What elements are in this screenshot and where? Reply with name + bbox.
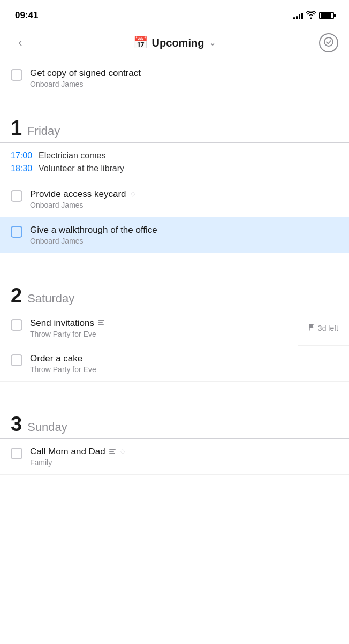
day-section-friday: 1 Friday 17:00 Electrician comes 18:30 V…	[0, 107, 349, 253]
task-title: Provide access keycard ♢	[30, 189, 136, 200]
tag-icon: ♢	[130, 190, 136, 199]
task-text: Give a walkthrough of the office Onboard…	[30, 225, 157, 245]
day-name: Friday	[27, 124, 60, 138]
sort-button[interactable]	[319, 33, 338, 52]
task-project: Onboard James	[30, 237, 157, 245]
cal-time: 17:00	[11, 151, 33, 161]
status-bar: 09:41	[0, 0, 349, 29]
day-number: 1	[11, 118, 22, 138]
task-project: Throw Party for Eve	[30, 330, 105, 338]
day-section-sunday: 3 Sunday Call Mom and Dad ♢	[0, 403, 349, 475]
task-item: Order a cake Throw Party for Eve	[0, 346, 349, 382]
svg-rect-6	[109, 453, 115, 454]
day-header-saturday: 2 Saturday	[0, 285, 349, 310]
subtask-icon	[97, 319, 105, 328]
svg-point-0	[324, 37, 333, 46]
task-checkbox[interactable]	[11, 226, 22, 238]
task-checkbox[interactable]	[11, 69, 22, 81]
task-text: Send invitations Throw Party for Eve	[30, 318, 105, 338]
task-row-flagged: Send invitations Throw Party for Eve	[0, 310, 349, 346]
status-time: 09:41	[15, 10, 38, 21]
cal-time: 18:30	[11, 164, 33, 173]
day-section-saturday: 2 Saturday Send invitations	[0, 275, 349, 382]
task-title: Call Mom and Dad ♢	[30, 446, 126, 457]
day-number: 3	[11, 414, 22, 434]
task-item-highlighted: Give a walkthrough of the office Onboard…	[0, 217, 349, 253]
day-number: 2	[11, 285, 22, 306]
flag-text: 3d left	[318, 324, 338, 332]
cal-title: Electrician comes	[39, 151, 105, 161]
flag-icon	[308, 323, 316, 333]
back-chevron-icon: ‹	[18, 36, 22, 50]
cal-event: 18:30 Volunteer at the library	[11, 162, 338, 175]
checkmark-icon	[324, 37, 333, 49]
task-item: Provide access keycard ♢ Onboard James	[0, 181, 349, 217]
task-text: Get copy of signed contract Onboard Jame…	[30, 68, 141, 88]
flag-badge: 3d left	[298, 310, 349, 346]
day-header-friday: 1 Friday	[0, 118, 349, 143]
task-project: Family	[30, 458, 126, 467]
task-text: Call Mom and Dad ♢ Family	[30, 446, 126, 467]
svg-rect-1	[98, 320, 104, 321]
task-text: Provide access keycard ♢ Onboard James	[30, 189, 136, 209]
day-name: Sunday	[27, 420, 67, 434]
tag-icon: ♢	[119, 448, 126, 456]
signal-icon	[293, 12, 303, 19]
dropdown-arrow-icon: ⌄	[209, 39, 216, 47]
day-header-sunday: 3 Sunday	[0, 414, 349, 439]
svg-rect-5	[109, 451, 114, 452]
task-project: Throw Party for Eve	[30, 365, 96, 374]
svg-rect-2	[98, 322, 103, 323]
task-checkbox[interactable]	[11, 319, 22, 331]
task-item: Get copy of signed contract Onboard Jame…	[0, 60, 349, 96]
header: ‹ 📅 Upcoming ⌄	[0, 29, 349, 60]
main-content: Get copy of signed contract Onboard Jame…	[0, 60, 349, 491]
task-project: Onboard James	[30, 80, 141, 88]
task-checkbox[interactable]	[11, 448, 22, 459]
svg-rect-4	[109, 449, 116, 450]
calendar-events-friday: 17:00 Electrician comes 18:30 Volunteer …	[0, 143, 349, 181]
cal-title: Volunteer at the library	[39, 164, 124, 173]
cal-event: 17:00 Electrician comes	[11, 149, 338, 162]
task-item: Call Mom and Dad ♢ Family	[0, 439, 349, 475]
task-project: Onboard James	[30, 201, 136, 209]
back-button[interactable]: ‹	[11, 33, 30, 52]
status-icons	[293, 11, 334, 20]
task-title: Get copy of signed contract	[30, 68, 141, 79]
header-title[interactable]: 📅 Upcoming ⌄	[133, 36, 216, 50]
task-title: Send invitations	[30, 318, 105, 329]
wifi-icon	[306, 11, 316, 20]
task-checkbox[interactable]	[11, 354, 22, 366]
task-title: Order a cake	[30, 353, 96, 364]
calendar-icon: 📅	[133, 36, 148, 50]
subtask-icon	[109, 448, 116, 457]
day-name: Saturday	[27, 292, 74, 306]
svg-rect-3	[98, 324, 104, 325]
task-title: Give a walkthrough of the office	[30, 225, 157, 236]
battery-icon	[319, 12, 334, 19]
task-checkbox[interactable]	[11, 190, 22, 202]
title-text: Upcoming	[152, 37, 204, 49]
task-item: Send invitations Throw Party for Eve	[0, 310, 298, 346]
task-text: Order a cake Throw Party for Eve	[30, 353, 96, 374]
